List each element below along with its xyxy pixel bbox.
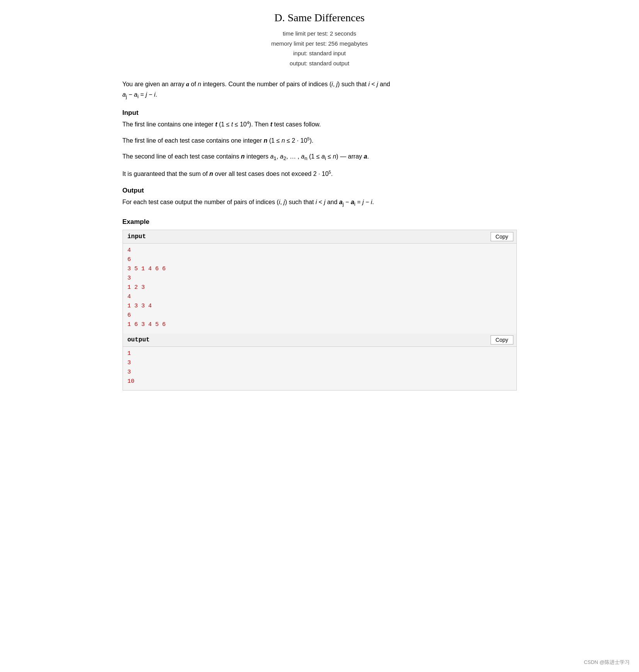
page-title: D. Same Differences bbox=[123, 12, 517, 24]
output-para: For each test case output the number of … bbox=[123, 197, 517, 209]
output-line-4: 10 bbox=[128, 377, 512, 386]
output-data-row: 1 3 3 10 bbox=[123, 347, 516, 391]
output-type: output: standard output bbox=[123, 58, 517, 68]
input-line-5: 1 2 3 bbox=[128, 283, 512, 292]
output-label: output bbox=[123, 333, 486, 347]
copy-input-button[interactable]: Copy bbox=[491, 232, 513, 241]
input-line-9: 1 6 3 4 5 6 bbox=[128, 320, 512, 329]
memory-limit: memory limit per test: 256 megabytes bbox=[123, 39, 517, 49]
example-table: input Copy 4 6 3 5 1 4 6 6 3 1 2 3 4 1 3… bbox=[123, 230, 517, 391]
output-section-title: Output bbox=[123, 187, 517, 194]
input-para2: The first line of each test case contain… bbox=[123, 135, 517, 146]
problem-statement: You are given an array a of n integers. … bbox=[123, 79, 517, 101]
input-section-title: Input bbox=[123, 109, 517, 117]
input-line-2: 6 bbox=[128, 255, 512, 264]
input-type: input: standard input bbox=[123, 48, 517, 58]
output-header-row: output Copy bbox=[123, 333, 516, 347]
input-line-4: 3 bbox=[128, 274, 512, 283]
input-line-8: 6 bbox=[128, 311, 512, 320]
output-line-3: 3 bbox=[128, 368, 512, 377]
output-line-1: 1 bbox=[128, 349, 512, 358]
time-limit: time limit per test: 2 seconds bbox=[123, 29, 517, 39]
example-title: Example bbox=[123, 218, 517, 226]
input-data-cell: 4 6 3 5 1 4 6 6 3 1 2 3 4 1 3 3 4 6 1 6 … bbox=[123, 244, 516, 334]
input-header-row: input Copy bbox=[123, 230, 516, 244]
input-line-3: 3 5 1 4 6 6 bbox=[128, 264, 512, 274]
input-label: input bbox=[123, 230, 486, 244]
copy-output-button[interactable]: Copy bbox=[491, 335, 513, 345]
input-para1: The first line contains one integer t (1… bbox=[123, 119, 517, 130]
input-para3: The second line of each test case contai… bbox=[123, 151, 517, 163]
input-line-6: 4 bbox=[128, 292, 512, 302]
output-data-cell: 1 3 3 10 bbox=[123, 347, 516, 391]
input-line-1: 4 bbox=[128, 246, 512, 255]
input-para4: It is guaranteed that the sum of n over … bbox=[123, 169, 517, 179]
input-line-7: 1 3 3 4 bbox=[128, 302, 512, 311]
meta-info: time limit per test: 2 seconds memory li… bbox=[123, 29, 517, 68]
input-data-row: 4 6 3 5 1 4 6 6 3 1 2 3 4 1 3 3 4 6 1 6 … bbox=[123, 244, 516, 334]
output-line-2: 3 bbox=[128, 358, 512, 368]
